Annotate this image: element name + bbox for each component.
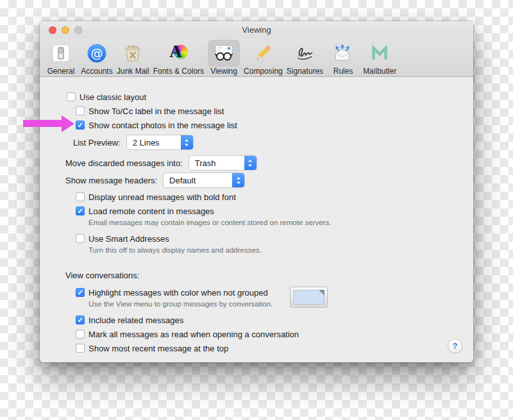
move-discarded-value: Trash — [189, 158, 216, 168]
mark-all-read-label: Mark all messages as read when opening a… — [88, 330, 299, 339]
list-preview-label: List Preview: — [73, 138, 121, 147]
window-title: Viewing — [40, 21, 473, 38]
help-button[interactable]: ? — [448, 339, 462, 353]
tab-viewing-label: Viewing — [210, 67, 237, 76]
tab-composing[interactable]: Composing — [244, 40, 283, 76]
show-most-recent-label: Show most recent message at the top — [88, 344, 228, 353]
tab-fonts-colors[interactable]: A Fonts & Colors — [153, 40, 204, 76]
tab-signatures-label: Signatures — [287, 67, 323, 76]
at-icon: @ — [86, 42, 108, 64]
show-most-recent-checkbox[interactable]: ✓ — [76, 344, 85, 353]
tab-composing-label: Composing — [244, 67, 283, 76]
row-load-remote: ✓ Load remote content in messages — [76, 204, 214, 218]
trash-icon — [122, 42, 144, 64]
annotation-arrow — [23, 115, 74, 132]
glasses-envelope-icon — [213, 42, 235, 64]
use-classic-layout-label: Use classic layout — [80, 92, 146, 102]
load-remote-label: Load remote content in messages — [88, 206, 214, 216]
message-headers-value: Default — [164, 176, 196, 185]
list-preview-value: 2 Lines — [127, 138, 160, 147]
show-tocc-label: Show To/Cc label in the message list — [88, 106, 224, 116]
smart-addresses-checkbox[interactable]: ✓ — [76, 234, 85, 243]
tab-junk-mail[interactable]: Junk Mail — [117, 40, 149, 76]
include-related-label: Include related messages — [88, 315, 183, 325]
tab-accounts-label: Accounts — [81, 67, 112, 76]
row-show-tocc: ✓ Show To/Cc label in the message list — [76, 104, 224, 118]
highlight-color-well[interactable] — [290, 287, 327, 307]
tab-general[interactable]: General — [45, 40, 77, 76]
check-icon: ✓ — [76, 315, 85, 324]
row-mark-all-read: ✓ Mark all messages as read when opening… — [76, 327, 299, 341]
tab-signatures[interactable]: Signatures — [287, 40, 323, 76]
rules-envelope-icon — [332, 42, 354, 64]
show-contact-photos-checkbox[interactable]: ✓ — [76, 121, 85, 130]
load-remote-checkbox[interactable]: ✓ — [76, 206, 85, 215]
row-use-classic-layout: ✓ Use classic layout — [67, 90, 146, 104]
mark-all-read-checkbox[interactable]: ✓ — [76, 330, 85, 339]
preferences-window: Viewing General — [40, 21, 473, 362]
include-related-checkbox[interactable]: ✓ — [76, 315, 85, 324]
message-headers-popup[interactable]: Default — [164, 173, 244, 187]
color-swatch — [293, 290, 324, 305]
use-classic-layout-checkbox[interactable]: ✓ — [67, 92, 76, 101]
display-unread-bold-label: Display unread messages with bold font — [88, 192, 236, 202]
tab-accounts[interactable]: @ Accounts — [81, 40, 113, 76]
row-list-preview: List Preview: 2 Lines — [73, 135, 193, 149]
list-preview-popup[interactable]: 2 Lines — [127, 135, 193, 149]
tab-junk-mail-label: Junk Mail — [117, 67, 149, 76]
tab-mailbutler-label: Mailbutler — [363, 67, 396, 76]
annotation-arrow-shaft — [23, 120, 62, 127]
view-conversations-label: View conversations: — [65, 271, 139, 280]
highlight-color-label: Highlight messages with color when not g… — [88, 288, 268, 298]
popup-stepper-icon — [244, 156, 256, 170]
tab-fonts-colors-label: Fonts & Colors — [153, 67, 204, 76]
smart-addresses-label: Use Smart Addresses — [88, 234, 169, 244]
check-icon: ✓ — [76, 206, 85, 215]
viewing-pane: ✓ Use classic layout ✓ Show To/Cc label … — [40, 77, 473, 362]
row-show-contact-photos: ✓ Show contact photos in the message lis… — [76, 118, 237, 132]
highlight-color-checkbox[interactable]: ✓ — [76, 288, 85, 297]
annotation-arrow-head — [62, 115, 74, 132]
minimize-button[interactable] — [62, 26, 69, 34]
show-tocc-checkbox[interactable]: ✓ — [76, 106, 85, 115]
check-icon: ✓ — [76, 121, 85, 130]
traffic-lights — [49, 26, 82, 34]
load-remote-note: Email messages may contain images or con… — [88, 219, 331, 226]
fonts-colors-icon: A — [167, 42, 189, 64]
popup-stepper-icon — [181, 135, 193, 149]
popup-stepper-icon — [232, 173, 244, 187]
row-highlight-color: ✓ Highlight messages with color when not… — [76, 285, 268, 299]
tab-mailbutler[interactable]: Mailbutler — [363, 40, 396, 76]
switch-icon — [50, 42, 72, 64]
close-button[interactable] — [49, 26, 56, 34]
preferences-toolbar: General @ Accounts — [40, 38, 473, 77]
row-message-headers: Show message headers: Default — [65, 173, 244, 187]
highlight-color-note: Use the View menu to group messages by c… — [88, 300, 273, 308]
check-icon: ✓ — [76, 288, 85, 297]
row-include-related: ✓ Include related messages — [76, 313, 183, 327]
pencil-icon — [252, 42, 274, 64]
title-bar[interactable]: Viewing — [40, 21, 473, 38]
tab-rules-label: Rules — [333, 67, 353, 76]
row-show-most-recent: ✓ Show most recent message at the top — [76, 341, 228, 355]
move-discarded-popup[interactable]: Trash — [189, 156, 256, 170]
show-contact-photos-label: Show contact photos in the message list — [88, 121, 237, 130]
row-display-unread-bold: ✓ Display unread messages with bold font — [76, 190, 236, 204]
tab-general-label: General — [47, 67, 75, 76]
zoom-button[interactable] — [74, 26, 82, 34]
row-smart-addresses: ✓ Use Smart Addresses — [76, 231, 169, 246]
display-unread-bold-checkbox[interactable]: ✓ — [76, 192, 85, 201]
mailbutler-icon — [369, 42, 391, 64]
move-discarded-label: Move discarded messages into: — [65, 158, 183, 168]
smart-addresses-note: Turn this off to always display names an… — [88, 246, 262, 254]
signature-icon — [294, 42, 315, 64]
message-headers-label: Show message headers: — [65, 176, 157, 185]
tab-viewing[interactable]: Viewing — [208, 40, 240, 76]
svg-text:@: @ — [91, 46, 103, 60]
tab-rules[interactable]: Rules — [327, 40, 359, 76]
row-move-discarded: Move discarded messages into: Trash — [65, 156, 256, 170]
swatch-fold-icon — [319, 290, 324, 296]
